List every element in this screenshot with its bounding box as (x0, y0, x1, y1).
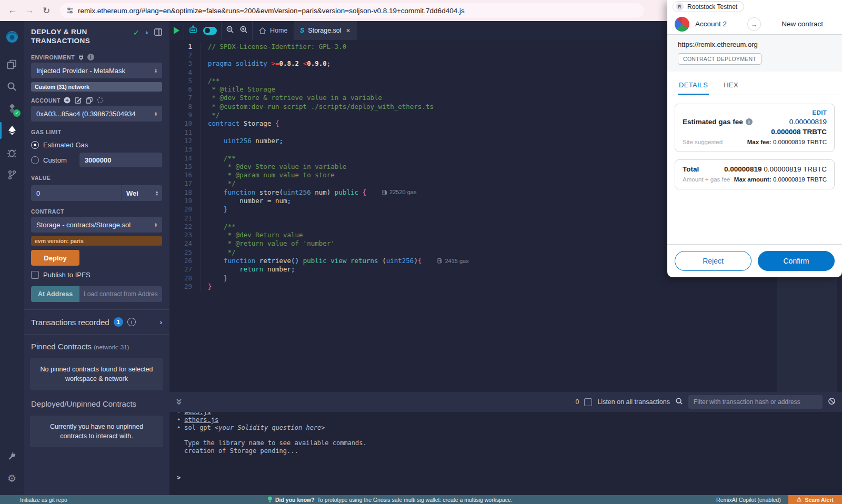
reject-button[interactable]: Reject (675, 251, 751, 271)
browser-forward-button[interactable]: → (22, 3, 37, 18)
remix-logo-icon[interactable] (0, 25, 24, 51)
tab-hex[interactable]: HEX (723, 77, 739, 95)
clear-console-icon[interactable] (828, 397, 836, 407)
copilot-status[interactable]: RemixAI Copilot (enabled) (716, 497, 781, 503)
network-badge: Custom (31) network (31, 82, 162, 92)
tab-details[interactable]: DETAILS (678, 77, 709, 95)
browser-address-bar[interactable]: remix.ethereum.org/#lang=en&optimize=fal… (60, 3, 644, 18)
tab-storage-label: Storage.sol (308, 27, 341, 34)
transactions-info-icon[interactable]: i (127, 318, 136, 326)
network-pill[interactable]: R Rootstock Testnet (673, 1, 744, 12)
tab-storage-sol[interactable]: S Storage.sol × (294, 21, 356, 40)
terminal-output[interactable]: •web3.js •ethers.js • sol-gpt <your Soli… (169, 412, 842, 495)
active-plugin-indicator (0, 122, 2, 139)
account-label: ACCOUNT (31, 97, 61, 104)
terminal-lib-link[interactable]: •ethers.js (177, 416, 842, 424)
browser-reload-button[interactable]: ↻ (39, 3, 54, 18)
panel-forward-icon[interactable]: › (146, 28, 148, 36)
transactions-recorded-label: Transactions recorded (31, 318, 109, 327)
code-line: 29} (169, 282, 842, 290)
tab-home[interactable]: Home (253, 21, 294, 40)
amount-gas-label: Amount + gas fee (683, 176, 730, 183)
transactions-expand-icon[interactable]: › (160, 318, 162, 326)
publish-ipfs-checkbox[interactable] (31, 271, 39, 279)
zoom-out-icon[interactable] (226, 25, 234, 36)
panel-title: DEPLOY & RUN TRANSACTIONS (31, 27, 110, 45)
scam-alert-button[interactable]: ⚠ Scam Alert (788, 495, 842, 504)
solidity-file-icon: S (300, 27, 304, 34)
account-value: 0xA03...85ac4 (0.398673504934 (36, 110, 136, 118)
copy-address-icon[interactable] (86, 97, 93, 104)
chevron-updown-icon: ▴▾ (155, 68, 157, 73)
deploy-button[interactable]: Deploy (31, 250, 79, 266)
contract-label: CONTRACT (31, 208, 64, 215)
arrow-right-icon: → (747, 17, 761, 31)
site-settings-icon[interactable] (66, 7, 74, 14)
site-suggested-label: Site suggested (683, 139, 723, 145)
terminal-search-icon[interactable] (675, 397, 683, 407)
panel-split-view-icon[interactable] (154, 28, 162, 36)
panel-check-icon: ✓ (133, 28, 139, 37)
account-name: Account 2 (695, 20, 727, 28)
debugger-icon[interactable] (0, 142, 24, 163)
at-address-button[interactable]: At Address (31, 286, 79, 302)
account-row: Account 2 → New contract (667, 14, 842, 35)
metamask-popup: R Rootstock Testnet Account 2 → New cont… (667, 0, 842, 277)
edit-account-icon[interactable] (75, 97, 82, 104)
run-script-play-icon[interactable] (174, 27, 179, 34)
account-avatar (675, 17, 689, 32)
deploy-run-icon[interactable] (0, 120, 24, 141)
browser-back-button[interactable]: ← (5, 3, 20, 18)
plug-icon[interactable] (78, 54, 84, 61)
git-icon[interactable] (0, 164, 24, 185)
deploy-run-panel: DEPLOY & RUN TRANSACTIONS ✓ › ENVIRONMEN… (24, 21, 169, 495)
tip-title: Did you know? (275, 497, 315, 503)
terminal-pending-line: creation of Storage pending... (177, 447, 842, 455)
url-text: remix.ethereum.org/#lang=en&optimize=fal… (78, 7, 465, 15)
estimated-gas-radio[interactable] (31, 141, 39, 149)
gas-fee-value: 0.00000819 (789, 118, 827, 126)
search-icon[interactable] (0, 76, 24, 97)
confirm-button[interactable]: Confirm (758, 251, 835, 271)
account-select[interactable]: 0xA03...85ac4 (0.398673504934 ▴▾ (31, 106, 162, 122)
add-account-icon[interactable] (64, 97, 71, 104)
copilot-toggle[interactable] (203, 27, 217, 35)
gas-info-icon[interactable]: i (746, 118, 753, 125)
file-explorer-icon[interactable] (0, 54, 24, 75)
environment-label: ENVIRONMENT (31, 54, 75, 61)
at-address-input[interactable]: Load contract from Addres (79, 286, 162, 302)
did-you-know-tip: Did you know? To prototype using the Gno… (267, 496, 513, 503)
refresh-spinner-icon[interactable] (97, 97, 104, 104)
gas-estimate-hint: 2415 gas (437, 258, 468, 264)
filter-transactions-input[interactable]: Filter with transaction hash or address (688, 395, 823, 409)
custom-gas-radio[interactable] (31, 156, 39, 164)
gas-fee-label: Estimated gas fee (683, 118, 743, 126)
terminal-lib-link-clipped[interactable]: •web3.js (177, 412, 842, 416)
plugin-manager-icon[interactable] (0, 446, 24, 467)
terminal-collapse-icon[interactable] (176, 398, 182, 406)
zoom-in-icon[interactable] (239, 25, 248, 36)
value-unit-select[interactable]: Wei ▴▾ (122, 185, 162, 201)
git-init-status[interactable]: Initialize as git repo (20, 497, 67, 503)
contract-select[interactable]: Storage - contracts/Storage.sol ▴▾ (31, 217, 162, 233)
custom-gas-input[interactable]: 3000000 (79, 153, 162, 167)
edit-gas-link[interactable]: EDIT (683, 109, 827, 116)
environment-value: Injected Provider - MetaMask (36, 67, 125, 75)
environment-info-icon[interactable]: i (87, 54, 94, 61)
publish-ipfs-label: Publish to IPFS (43, 271, 91, 279)
deployed-contracts-title: Deployed/Unpinned Contracts (24, 390, 169, 408)
chevron-updown-icon: ▴▾ (156, 190, 158, 196)
ai-copilot-robot-icon[interactable] (188, 25, 198, 36)
environment-select[interactable]: Injected Provider - MetaMask ▴▾ (31, 63, 162, 78)
terminal-prompt[interactable]: > (177, 474, 842, 482)
value-label: VALUE (31, 175, 51, 181)
pinned-empty-message: No pinned contracts found for selected w… (30, 358, 163, 390)
settings-gear-icon[interactable]: ⚙ (0, 468, 24, 489)
pinned-network-suffix: (network: 31) (94, 344, 129, 350)
value-input[interactable]: 0 (31, 185, 122, 201)
listen-all-checkbox[interactable] (584, 398, 592, 406)
close-tab-icon[interactable]: × (346, 26, 350, 35)
transactions-recorded-row[interactable]: Transactions recorded 1 i › (24, 310, 169, 334)
solidity-compiler-icon[interactable]: ✓ (0, 98, 24, 119)
tip-text: To prototype using the Gnosis safe multi… (317, 497, 513, 503)
